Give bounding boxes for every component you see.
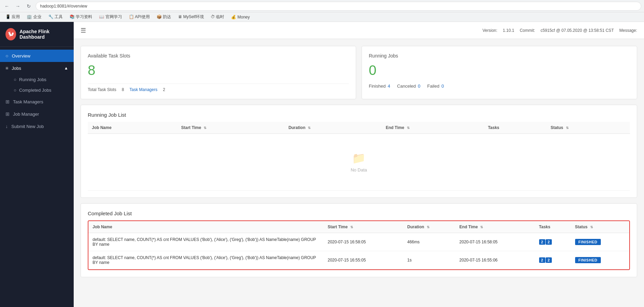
- browser-chrome: ← → ↻: [0, 0, 644, 12]
- tasks-badge-a: 2: [539, 257, 545, 263]
- available-slots-value: 8: [88, 63, 349, 78]
- total-slots-label: Total Task Slots: [88, 87, 116, 92]
- bookmark-learning[interactable]: 📚 学习资料: [67, 13, 95, 21]
- completed-col-status: Status ⇅: [571, 221, 629, 233]
- refresh-button[interactable]: ↻: [25, 2, 33, 10]
- duration-cell: 1s: [403, 251, 455, 269]
- bookmark-official[interactable]: 📖 官网学习: [96, 13, 124, 21]
- running-jobs-card: Running Jobs 0 Finished 4 Canceled 0 Fai…: [362, 46, 637, 99]
- completed-col-end-time[interactable]: End Time ⇅: [455, 221, 535, 233]
- completed-job-list-title: Completed Job List: [88, 210, 630, 216]
- total-slots-value: 8: [122, 87, 124, 92]
- commit-label: Commit:: [520, 28, 535, 33]
- available-slots-title: Available Task Slots: [88, 53, 349, 59]
- completed-jobs-icon: ○: [14, 88, 16, 93]
- bookmark-temp[interactable]: ⏱ 临时: [208, 13, 227, 21]
- bookmark-yunda[interactable]: 📦 韵达: [154, 13, 174, 21]
- sidebar-item-completed-jobs[interactable]: ○ Completed Jobs: [0, 85, 74, 95]
- failed-stat: Failed 0: [427, 84, 444, 89]
- completed-job-list-section: Completed Job List Job Name Start Time ⇅…: [81, 203, 637, 277]
- hamburger-icon[interactable]: ☰: [81, 27, 86, 34]
- end-time-cell: 2020-07-15 16:55:06: [455, 251, 535, 269]
- no-data-display: 📁 No Data: [92, 138, 626, 186]
- task-managers-count: 2: [163, 87, 165, 92]
- col-duration[interactable]: Duration ⇅: [284, 122, 382, 134]
- completed-col-tasks: Tasks: [535, 221, 571, 233]
- tasks-badge-b: 2: [546, 239, 552, 245]
- duration-cell: 466ms: [403, 233, 455, 251]
- col-tasks: Tasks: [484, 122, 547, 134]
- topbar: ☰ Version: 1.10.1 Commit: c5915cf @ 07.0…: [74, 22, 644, 39]
- forward-button[interactable]: →: [14, 2, 22, 10]
- sidebar-logo: 🐿 Apache Flink Dashboard: [0, 22, 74, 47]
- status-badge: FINISHED: [575, 239, 601, 245]
- start-time-cell: 2020-07-15 16:58:05: [324, 233, 403, 251]
- running-jobs-value: 0: [369, 63, 630, 78]
- submit-icon: ↓: [5, 124, 8, 129]
- completed-sort-status: ⇅: [590, 225, 593, 229]
- canceled-value: 0: [418, 84, 420, 89]
- completed-col-start-time[interactable]: Start Time ⇅: [324, 221, 403, 233]
- topbar-right: Version: 1.10.1 Commit: c5915cf @ 07.05.…: [483, 28, 637, 33]
- sidebar: 🐿 Apache Flink Dashboard ○ Overview ≡ Jo…: [0, 22, 74, 307]
- overview-icon: ○: [5, 53, 8, 59]
- version-value: 1.10.1: [503, 28, 514, 33]
- sidebar-item-running-jobs[interactable]: ○ Running Jobs: [0, 74, 74, 85]
- completed-sort-duration: ⇅: [427, 225, 429, 229]
- completed-table-row: default: SELECT name, COUNT(*) AS cnt FR…: [88, 251, 629, 269]
- canceled-stat: Canceled 0: [397, 84, 420, 89]
- sidebar-item-overview[interactable]: ○ Overview: [0, 50, 74, 62]
- sidebar-item-submit-label: Submit New Job: [11, 124, 44, 129]
- sidebar-navigation: ○ Overview ≡ Jobs ▲ ○ Running Jobs ○ Com…: [0, 47, 74, 307]
- task-managers-link-label: Task Managers: [130, 87, 157, 92]
- main-content: Available Task Slots 8 Total Task Slots …: [74, 39, 644, 307]
- jobs-expand-icon: ▲: [64, 66, 68, 71]
- running-no-data-cell: 📁 No Data: [88, 134, 630, 191]
- status-cell: FINISHED: [571, 233, 629, 251]
- completed-sort-start: ⇅: [350, 225, 353, 229]
- sort-arrows-end: ⇅: [407, 126, 410, 130]
- completed-col-duration[interactable]: Duration ⇅: [403, 221, 455, 233]
- tasks-cell: 2 2: [535, 251, 571, 269]
- running-job-list-title: Running Job List: [88, 112, 630, 118]
- bookmark-apps[interactable]: 📱 应用: [3, 13, 23, 21]
- running-job-table: Job Name Start Time ⇅ Duration ⇅ End Tim…: [88, 122, 630, 191]
- topbar-left: ☰: [81, 27, 86, 34]
- version-label: Version:: [483, 28, 497, 33]
- finished-label: Finished: [369, 84, 386, 89]
- running-jobs-stats: Finished 4 Canceled 0 Failed 0: [369, 84, 630, 89]
- bookmark-enterprise[interactable]: 🏢 企业: [24, 13, 44, 21]
- canceled-label: Canceled: [397, 84, 416, 89]
- sidebar-item-job-manager[interactable]: ⊞ Job Manager: [0, 108, 74, 120]
- jobs-icon: ≡: [5, 65, 8, 71]
- completed-table-row: default: SELECT name, COUNT(*) AS cnt FR…: [88, 233, 629, 251]
- flink-logo-icon: 🐿: [5, 28, 16, 40]
- no-data-icon: 📁: [106, 152, 612, 165]
- sidebar-item-completed-jobs-label: Completed Jobs: [19, 88, 51, 93]
- sidebar-item-submit-new-job[interactable]: ↓ Submit New Job: [0, 120, 74, 132]
- commit-value: c5915cf @ 07.05.2020 @ 13:58:51 CST: [540, 28, 614, 33]
- available-task-slots-card: Available Task Slots 8 Total Task Slots …: [81, 46, 356, 99]
- running-jobs-icon: ○: [14, 77, 16, 82]
- bookmark-api[interactable]: 📋 API使用: [126, 13, 153, 21]
- col-end-time[interactable]: End Time ⇅: [382, 122, 484, 134]
- sidebar-item-task-managers[interactable]: ⊞ Task Managers: [0, 95, 74, 108]
- col-start-time[interactable]: Start Time ⇅: [177, 122, 284, 134]
- bookmark-myself[interactable]: 🖥 MySelf环境: [175, 13, 207, 21]
- sidebar-item-job-manager-label: Job Manager: [13, 112, 39, 117]
- job-name-cell: default: SELECT name, COUNT(*) AS cnt FR…: [88, 233, 324, 251]
- back-button[interactable]: ←: [3, 2, 11, 10]
- tasks-badge-b: 2: [546, 257, 552, 263]
- status-badge: FINISHED: [575, 257, 601, 263]
- address-bar[interactable]: [36, 2, 641, 11]
- completed-table-wrapper: Job Name Start Time ⇅ Duration ⇅ End Tim…: [88, 220, 630, 270]
- sidebar-item-jobs[interactable]: ≡ Jobs ▲: [0, 62, 74, 74]
- completed-job-table: Job Name Start Time ⇅ Duration ⇅ End Tim…: [88, 221, 629, 269]
- sidebar-item-jobs-label: Jobs: [12, 66, 21, 71]
- finished-value: 4: [388, 84, 390, 89]
- col-status: Status ⇅: [547, 122, 630, 134]
- task-managers-link[interactable]: Task Managers: [130, 87, 157, 92]
- bookmark-money[interactable]: 💰 Money: [228, 14, 252, 20]
- running-job-list-section: Running Job List Job Name Start Time ⇅ D…: [81, 105, 637, 198]
- bookmark-tools[interactable]: 🔧 工具: [46, 13, 65, 21]
